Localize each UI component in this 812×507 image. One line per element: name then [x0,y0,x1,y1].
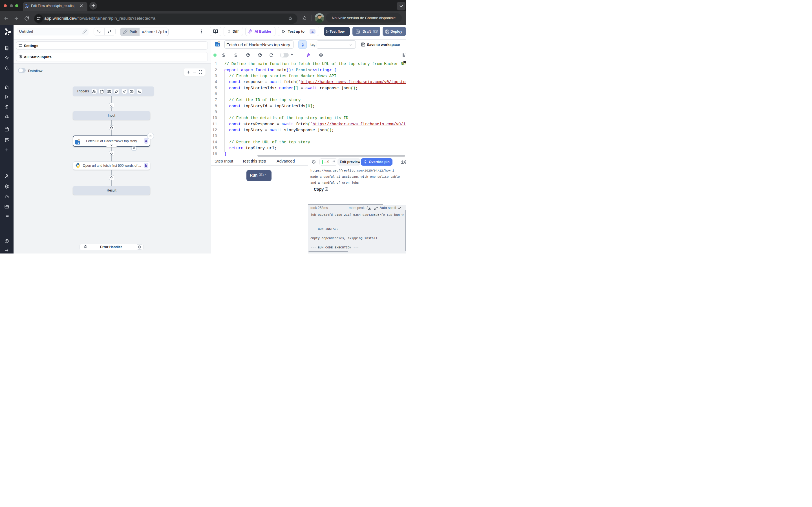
svg-text:TS: TS [76,142,79,144]
svg-text:TS: TS [216,44,219,46]
